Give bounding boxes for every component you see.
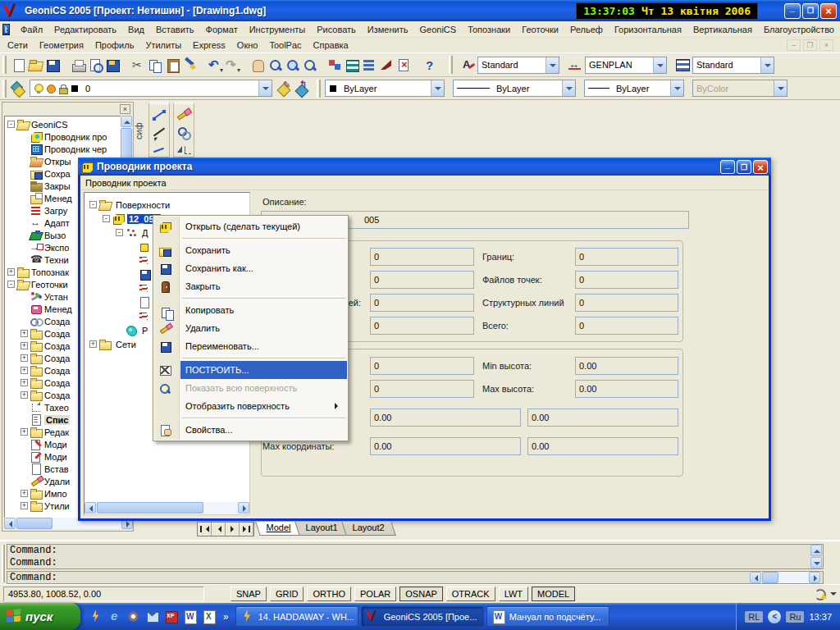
- color-combo[interactable]: ByLayer: [325, 80, 445, 97]
- first-tab-icon[interactable]: [198, 523, 212, 536]
- context-menu-item[interactable]: Переименовать...: [154, 337, 347, 355]
- layer-combo[interactable]: 0: [30, 80, 272, 97]
- scrollbar-thumb[interactable]: [16, 518, 52, 529]
- scrollbar-thumb[interactable]: [762, 572, 778, 583]
- zoom-window-icon[interactable]: [283, 57, 300, 73]
- markup-icon[interactable]: [377, 57, 395, 73]
- status-tray-arrow-icon[interactable]: [830, 592, 837, 599]
- new-icon[interactable]: [9, 57, 26, 73]
- menu-item[interactable]: Сети: [2, 39, 34, 52]
- menu-item[interactable]: Горизонтальная: [609, 23, 687, 36]
- dialog-titlebar[interactable]: Проводник проекта: [78, 158, 771, 176]
- internet-explorer-icon[interactable]: [107, 609, 122, 624]
- polyline-icon[interactable]: [151, 141, 167, 157]
- scroll-up-icon[interactable]: [810, 545, 822, 556]
- coordinates-readout[interactable]: 4953.80, 1008.52, 0.00: [3, 587, 204, 601]
- menu-item[interactable]: Express: [187, 39, 231, 52]
- scroll-left-icon[interactable]: [4, 518, 16, 529]
- tree-expand-toggle[interactable]: [7, 281, 15, 288]
- scroll-left-icon[interactable]: [84, 502, 96, 514]
- dialog-maximize-button[interactable]: [737, 160, 751, 174]
- properties-icon[interactable]: [326, 57, 343, 73]
- tree-expand-toggle[interactable]: [89, 201, 97, 208]
- status-toggle-button[interactable]: POLAR: [354, 587, 396, 601]
- lineweight-combo[interactable]: ByLayer: [584, 80, 684, 97]
- mdi-close-button[interactable]: ×: [819, 39, 833, 51]
- layers-stack-icon[interactable]: [9, 80, 26, 97]
- dialog-close-button[interactable]: [753, 160, 768, 174]
- tree-expand-toggle[interactable]: [21, 379, 28, 386]
- palette-close-icon[interactable]: ×: [120, 104, 130, 114]
- zoom-realtime-icon[interactable]: [266, 57, 283, 73]
- menu-item[interactable]: Инструменты: [244, 23, 312, 36]
- status-toggle-button[interactable]: OSNAP: [399, 587, 443, 601]
- copy-icon[interactable]: [146, 57, 163, 73]
- table-style-combo[interactable]: Standard: [692, 57, 774, 74]
- menu-item[interactable]: Файл: [15, 23, 48, 36]
- text-style-icon[interactable]: [460, 57, 475, 72]
- layer-freeze-icon[interactable]: [45, 82, 56, 94]
- save-icon[interactable]: [43, 57, 61, 73]
- mirror-icon[interactable]: [176, 141, 192, 157]
- last-tab-icon[interactable]: [240, 523, 253, 536]
- make-object-layer-current-icon[interactable]: [276, 80, 293, 97]
- context-menu-item[interactable]: Показать всю поверхность: [154, 379, 347, 397]
- linetype-combo[interactable]: ByLayer: [453, 80, 576, 97]
- context-menu-item[interactable]: Удалить: [154, 319, 347, 337]
- excel-icon[interactable]: [202, 609, 217, 624]
- palette-vertical-tab[interactable]: сиф: [134, 107, 147, 156]
- menu-item[interactable]: Вертикальная: [687, 23, 758, 36]
- context-menu-item[interactable]: Сохранить: [154, 241, 347, 259]
- context-menu-item[interactable]: Открыть (сделать текущей): [154, 217, 347, 235]
- erase-icon[interactable]: [176, 107, 192, 122]
- tree-expand-toggle[interactable]: [21, 367, 28, 374]
- quick-launch-chevron[interactable]: »: [223, 611, 229, 623]
- sheet-set-icon[interactable]: [360, 57, 377, 73]
- publish-icon[interactable]: [103, 57, 121, 73]
- status-toggle-button[interactable]: OTRACK: [446, 587, 495, 601]
- menu-item[interactable]: Профиль: [89, 39, 140, 52]
- taskbar-window-button[interactable]: GeoniCS 2005 [Прое...: [361, 606, 484, 627]
- scroll-right-icon[interactable]: [238, 502, 249, 514]
- mdi-minimize-button[interactable]: –: [787, 39, 801, 51]
- menu-item[interactable]: Топознаки: [462, 23, 516, 36]
- menu-item[interactable]: Формат: [200, 23, 244, 36]
- command-window-grip[interactable]: [2, 545, 5, 582]
- menu-item[interactable]: Утилиты: [139, 39, 187, 52]
- menu-item[interactable]: Рисовать: [311, 23, 362, 36]
- tree-expand-toggle[interactable]: [89, 340, 97, 348]
- table-style-icon[interactable]: [675, 57, 690, 72]
- layout-tab[interactable]: Layout2: [341, 522, 396, 536]
- context-menu-item[interactable]: ПОСТРОИТЬ...: [154, 361, 347, 379]
- tree-expand-toggle[interactable]: [116, 229, 123, 236]
- context-menu-item[interactable]: Закрыть: [154, 277, 347, 295]
- status-toggle-button[interactable]: ORTHO: [307, 587, 351, 601]
- start-button[interactable]: пуск: [0, 603, 80, 630]
- toolbar-grip[interactable]: [317, 80, 321, 98]
- tree-expand-toggle[interactable]: [21, 428, 28, 436]
- menu-item[interactable]: GeoniCS: [413, 23, 462, 36]
- open-icon[interactable]: [26, 57, 43, 73]
- winamp-icon[interactable]: [89, 609, 103, 624]
- menu-item[interactable]: Вид: [122, 23, 150, 36]
- menu-item[interactable]: ToolPac: [263, 39, 307, 52]
- chevron-down-icon[interactable]: [653, 57, 666, 73]
- close-button[interactable]: [820, 3, 837, 19]
- tree-expand-toggle[interactable]: [21, 354, 28, 362]
- context-menu-item[interactable]: Отобразить поверхность: [154, 397, 347, 415]
- layer-on-icon[interactable]: [33, 82, 43, 94]
- previous-tab-icon[interactable]: [212, 523, 226, 536]
- context-menu-item[interactable]: Свойства...: [154, 421, 347, 439]
- db-connect-icon[interactable]: [395, 57, 412, 73]
- copy-object-icon[interactable]: [176, 124, 192, 139]
- minimize-button[interactable]: [784, 3, 801, 19]
- menu-item[interactable]: Редактировать: [48, 23, 122, 36]
- language-indicator[interactable]: Ru: [786, 611, 804, 623]
- chevron-down-icon[interactable]: [431, 80, 444, 96]
- command-scrollbar[interactable]: [810, 545, 822, 568]
- mdi-child-icon[interactable]: [2, 24, 10, 35]
- context-menu-item[interactable]: Копировать: [154, 301, 347, 319]
- tree-expand-toggle[interactable]: [21, 391, 28, 399]
- tree-expand-toggle[interactable]: [21, 342, 28, 349]
- menu-item[interactable]: Изменить: [362, 23, 414, 36]
